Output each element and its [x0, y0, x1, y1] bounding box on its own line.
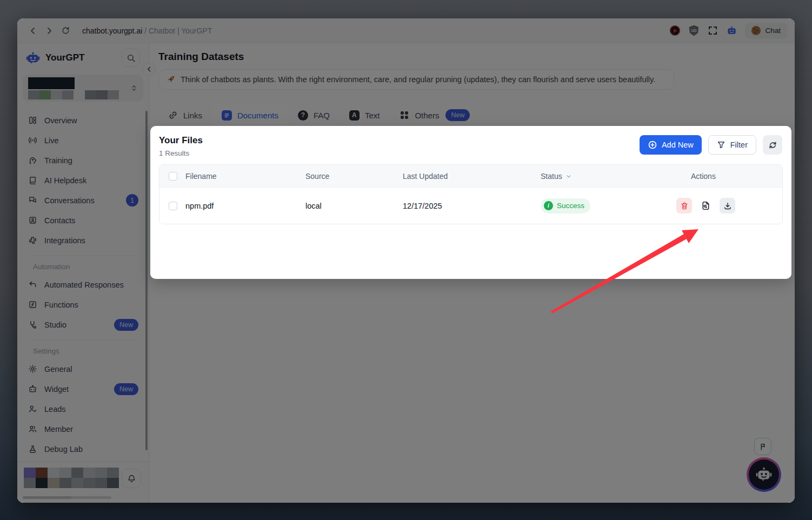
chevron-down-icon	[565, 173, 572, 179]
results-count: 1 Results	[159, 149, 203, 157]
download-icon	[723, 202, 732, 210]
table-row: npm.pdf local 12/17/2025 i Success	[159, 188, 782, 224]
download-file-button[interactable]	[720, 198, 735, 214]
filter-label: Filter	[730, 141, 748, 149]
add-new-label: Add New	[662, 141, 694, 149]
browser-window: chatbot.yourgpt.ai / Chatbot | YourGPT U…	[17, 18, 795, 503]
files-table: Filename Source Last Updated Status Acti…	[159, 164, 783, 224]
sync-icon	[768, 141, 777, 150]
funnel-icon	[717, 141, 726, 149]
cell-filename: npm.pdf	[185, 202, 305, 210]
info-icon: i	[544, 201, 553, 210]
your-files-card: Your Files 1 Results Add New Filter	[150, 126, 791, 279]
delete-file-button[interactable]	[676, 198, 692, 214]
filter-button[interactable]: Filter	[708, 135, 756, 155]
trash-icon	[680, 202, 689, 210]
column-header-source: Source	[305, 172, 403, 181]
column-header-status[interactable]: Status	[541, 172, 691, 181]
card-title: Your Files	[159, 135, 203, 146]
refresh-list-button[interactable]	[763, 135, 782, 155]
column-header-actions: Actions	[691, 172, 782, 181]
file-search-icon	[701, 201, 711, 211]
column-header-filename: Filename	[185, 172, 305, 181]
add-new-button[interactable]: Add New	[640, 135, 702, 155]
cell-status: i Success	[541, 198, 691, 214]
cell-source: local	[305, 202, 403, 210]
select-all-checkbox[interactable]	[169, 172, 177, 181]
column-header-last-updated: Last Updated	[403, 172, 541, 181]
view-file-button[interactable]	[698, 198, 714, 214]
cell-last-updated: 12/17/2025	[403, 202, 541, 210]
status-badge: i Success	[541, 198, 590, 214]
row-checkbox[interactable]	[169, 202, 177, 210]
table-header: Filename Source Last Updated Status Acti…	[159, 165, 782, 188]
plus-circle-icon	[648, 140, 657, 150]
cell-actions	[676, 198, 782, 214]
